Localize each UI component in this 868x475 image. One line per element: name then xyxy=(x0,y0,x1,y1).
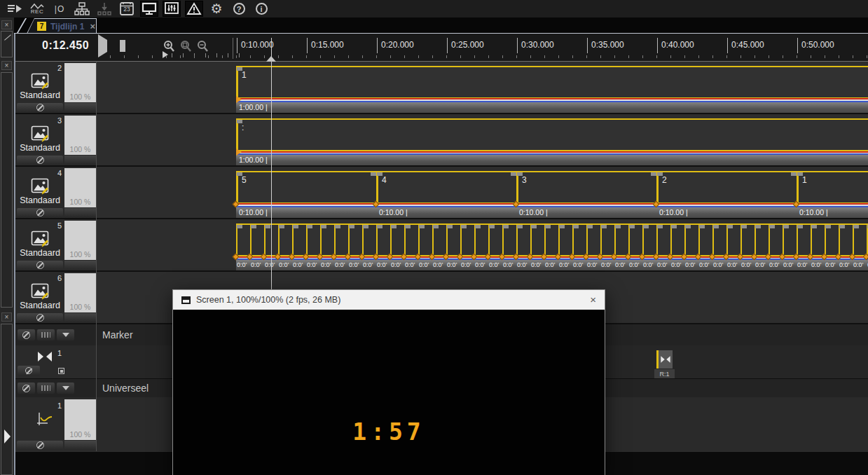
mute-track-button[interactable] xyxy=(17,208,63,217)
clip-handle[interactable] xyxy=(643,225,649,228)
clip-handle[interactable] xyxy=(265,225,270,228)
timeline-mini-clip[interactable]: 0:0’ xyxy=(250,223,264,270)
settings-gear-icon[interactable]: ⚙ xyxy=(207,1,226,17)
timeline-mini-clip[interactable]: 0:0’ xyxy=(530,223,544,270)
clip-handle[interactable] xyxy=(307,225,312,228)
timeline-mini-clip[interactable]: 0:0’ xyxy=(376,223,390,270)
collapse-group-button[interactable] xyxy=(57,329,74,340)
timeline-mini-clip[interactable]: 0:0’ xyxy=(306,223,320,270)
stop-button[interactable] xyxy=(137,40,151,53)
help-icon[interactable]: ? xyxy=(230,1,248,17)
timeline-mini-clip[interactable]: 0:0’ xyxy=(292,223,306,270)
timeline-mini-clip[interactable]: 0:0’ xyxy=(755,223,769,270)
track-fader[interactable]: 100 % xyxy=(64,221,96,260)
timeline-clip[interactable]: 11:00.00 | xyxy=(236,66,868,113)
dock-curve-panel[interactable] xyxy=(1,31,13,57)
timeline-mini-clip[interactable]: 0:0’ xyxy=(348,223,362,270)
timeline-mini-clip[interactable]: 0:0’ xyxy=(726,223,740,270)
mute-track-button[interactable] xyxy=(17,156,63,165)
clip-handle[interactable] xyxy=(279,225,284,228)
timeline-mini-clip[interactable]: 0:0’ xyxy=(236,223,250,270)
clip-handle[interactable] xyxy=(797,225,803,228)
clip-handle[interactable] xyxy=(251,225,256,228)
dock-close-icon[interactable]: × xyxy=(1,312,12,322)
clip-handle[interactable] xyxy=(447,225,453,228)
clip-handle[interactable] xyxy=(363,225,368,228)
clip-handle[interactable] xyxy=(489,225,495,228)
track-lane[interactable]: 11:00.00 | xyxy=(96,62,868,113)
timeline-mini-clip[interactable]: 0:0’ xyxy=(586,223,600,270)
clip-handle[interactable] xyxy=(237,225,242,228)
clip-handle[interactable] xyxy=(419,225,425,228)
clip-handle[interactable] xyxy=(531,225,537,228)
timeline-mini-clip[interactable]: 0:0’ xyxy=(811,223,825,270)
playhead-handle[interactable] xyxy=(266,56,276,62)
clip-handle[interactable] xyxy=(727,225,733,228)
clip-handle[interactable] xyxy=(755,225,761,228)
timeline-clip[interactable]: 40:10.00 | xyxy=(376,171,516,218)
clip-handle[interactable] xyxy=(783,225,789,228)
timeline-mini-clip[interactable]: 0:0’ xyxy=(642,223,656,270)
universal-track-header[interactable]: 1 100 % xyxy=(15,397,96,451)
timeline-mini-clip[interactable]: 0:0’ xyxy=(684,223,698,270)
timeline-marker[interactable] xyxy=(656,350,673,369)
timeline-mini-clip[interactable]: 0:0’ xyxy=(614,223,628,270)
track-fader[interactable]: 100 % xyxy=(64,273,96,312)
timeline-mini-clip[interactable]: 0:0’ xyxy=(656,223,670,270)
timeline-mini-clip[interactable]: 0:0’ xyxy=(418,223,432,270)
clip-handle[interactable] xyxy=(503,225,509,228)
track-fader[interactable]: 100 % xyxy=(64,63,96,102)
timeline-mini-clip[interactable]: 0:0’ xyxy=(474,223,488,270)
mute-group-button[interactable] xyxy=(18,383,35,394)
timeline-mini-clip[interactable]: 0:0’ xyxy=(769,223,783,270)
timeline-mini-clip[interactable]: 0:0’ xyxy=(825,223,839,270)
timeline-clip[interactable]: 30:10.00 | xyxy=(516,171,656,218)
clip-handle[interactable] xyxy=(335,225,340,228)
mute-marker-track-button[interactable] xyxy=(18,366,40,376)
mute-track-button[interactable] xyxy=(17,261,63,270)
clip-handle[interactable] xyxy=(405,225,411,228)
clip-handle[interactable] xyxy=(377,225,383,228)
io-icon[interactable]: |O xyxy=(50,1,69,17)
clip-handle[interactable] xyxy=(811,225,817,228)
timeline-mini-clip[interactable]: 0:0’ xyxy=(797,223,811,270)
timeline-mini-clip[interactable]: 0:0’ xyxy=(628,223,642,270)
clip-handle[interactable] xyxy=(791,172,797,176)
timeline-mini-clip[interactable]: 0:0’ xyxy=(516,223,530,270)
clip-handle[interactable] xyxy=(839,225,845,228)
clip-handle[interactable] xyxy=(825,225,831,228)
clip-handle[interactable] xyxy=(517,225,523,228)
zoom-out-icon[interactable] xyxy=(196,40,210,53)
dock-close-icon[interactable]: × xyxy=(1,61,12,70)
clip-handle[interactable] xyxy=(559,225,565,228)
timeline-mini-clip[interactable]: 0:0’ xyxy=(853,223,867,270)
zoom-fit-icon[interactable] xyxy=(179,40,193,53)
clip-handle[interactable] xyxy=(769,225,775,228)
clip-handle[interactable] xyxy=(587,225,593,228)
clip-handle[interactable] xyxy=(601,225,607,228)
track-fader[interactable]: 100 % xyxy=(64,116,96,155)
track-fader[interactable]: 100 % xyxy=(64,168,96,207)
timeline-mini-clip[interactable]: 0:0’ xyxy=(278,223,292,270)
timeline-mini-clip[interactable]: 0:0’ xyxy=(404,223,418,270)
clip-handle[interactable] xyxy=(573,225,579,228)
marker-track-header[interactable]: 1 xyxy=(15,345,96,378)
clip-handle[interactable] xyxy=(657,225,663,228)
timeline-mini-clip[interactable]: 0:0’ xyxy=(670,223,684,270)
dots-options-button[interactable] xyxy=(37,329,55,340)
timeline-mini-clip[interactable]: 0:0’ xyxy=(446,223,460,270)
track-header[interactable]: 4 Standaard100 % xyxy=(15,167,96,218)
timeline-mini-clip[interactable]: 0:0’ xyxy=(783,223,797,270)
window-close-icon[interactable]: × xyxy=(590,294,596,305)
timeline-mini-clip[interactable]: 0:0’ xyxy=(558,223,572,270)
pause-button[interactable] xyxy=(118,40,132,53)
clip-handle[interactable] xyxy=(629,225,635,228)
clip-handle[interactable] xyxy=(433,225,439,228)
timeline-mini-clip[interactable]: 0:0’ xyxy=(712,223,726,270)
timeline-mini-clip[interactable]: 0:0’ xyxy=(334,223,348,270)
dots-options-button[interactable] xyxy=(37,383,55,394)
warning-icon[interactable] xyxy=(185,1,203,17)
universal-fader[interactable]: 100 % xyxy=(64,399,96,440)
clip-handle[interactable] xyxy=(391,225,397,228)
track-lane[interactable]: 50:10.00 |40:10.00 |30:10.00 |20:10.00 |… xyxy=(96,167,868,218)
